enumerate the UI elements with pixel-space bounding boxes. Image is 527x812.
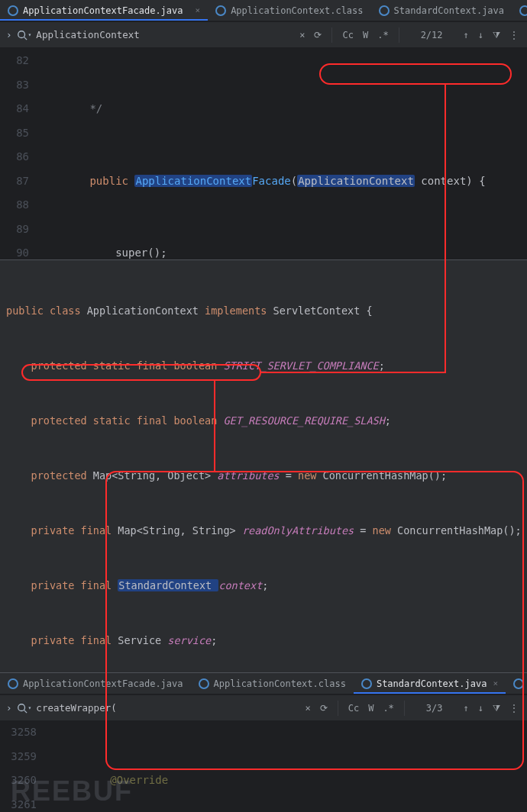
search-input[interactable]: createWrapper( (36, 702, 173, 714)
svg-line-1 (24, 37, 27, 40)
match-case-toggle[interactable]: Cc (346, 701, 361, 715)
tab-appcontextfacade-3[interactable]: ApplicationContextFacade.java (0, 673, 191, 694)
code-editor-1[interactable]: 82 83 84 85 86 87 88 89 90 */ public App… (0, 47, 527, 259)
more-icon[interactable]: ⋮ (507, 701, 521, 715)
java-class-icon (215, 5, 226, 16)
java-class-icon (199, 678, 209, 689)
tab-standardcontext[interactable]: StandardContext.java (371, 0, 512, 21)
code-content-1[interactable]: */ public ApplicationContextFacade(Appli… (38, 49, 527, 259)
next-match-icon[interactable]: ↓ (476, 701, 486, 715)
java-class-icon (519, 5, 527, 16)
tab-hostcon-3[interactable]: HostCon (506, 673, 527, 694)
tab-label: StandardContext.java (394, 5, 505, 16)
find-bar-1: › ▾ ApplicationContext × ⟳ Cc W .* 2/12 … (0, 21, 527, 47)
chevron-right-icon[interactable]: › (6, 29, 12, 40)
tab-label: StandardContext.java (377, 678, 487, 689)
more-icon[interactable]: ⋮ (507, 28, 521, 42)
tab-appcontext-class[interactable]: ApplicationContext.class (208, 0, 370, 21)
tab-label: ApplicationContext.class (231, 5, 363, 16)
editor-pane-2[interactable]: public class ApplicationContext implemen… (0, 259, 527, 673)
java-class-icon (8, 678, 18, 689)
tab-bar-3: ApplicationContextFacade.java Applicatio… (0, 673, 527, 694)
prev-match-icon[interactable]: ↑ (461, 28, 471, 42)
tab-appcontextfacade[interactable]: ApplicationContextFacade.java × (0, 0, 208, 21)
clear-search-icon[interactable]: × (297, 28, 307, 42)
java-class-icon (361, 678, 372, 689)
svg-line-3 (24, 710, 27, 713)
filter-icon[interactable]: ⧩ (490, 28, 503, 42)
match-case-toggle[interactable]: Cc (340, 28, 355, 42)
editor-pane-1: ApplicationContextFacade.java × Applicat… (0, 0, 527, 259)
search-icon[interactable]: ▾ (17, 30, 32, 40)
next-match-icon[interactable]: ↓ (476, 28, 486, 42)
svg-point-0 (18, 31, 24, 37)
java-class-icon (8, 5, 18, 16)
java-class-icon (379, 5, 390, 16)
code-content-3[interactable]: @Override public Wrapper createWrapper()… (46, 720, 527, 812)
tab-label: ApplicationContextFacade.java (23, 678, 183, 689)
svg-point-2 (18, 704, 24, 710)
chevron-right-icon[interactable]: › (6, 702, 12, 714)
prev-match-icon[interactable]: ↑ (461, 701, 471, 715)
history-icon[interactable]: ⟳ (312, 28, 324, 42)
whole-word-toggle[interactable]: W (366, 701, 376, 715)
match-counter: 3/3 (412, 703, 457, 714)
tab-hostco[interactable]: HostCo (512, 0, 527, 21)
gutter-3: 3258 3259 3260 3261 3262 3263 3264 3265 … (0, 720, 46, 812)
tab-label: ApplicationContext.class (214, 678, 346, 689)
find-bar-3: › ▾ createWrapper( × ⟳ Cc W .* 3/3 ↑ ↓ ⧩… (0, 694, 527, 720)
tab-appcontext-class-3[interactable]: ApplicationContext.class (191, 673, 354, 694)
gutter-1: 82 83 84 85 86 87 88 89 90 (0, 49, 38, 259)
history-icon[interactable]: ⟳ (318, 701, 330, 715)
editor-pane-3: ApplicationContextFacade.java Applicatio… (0, 673, 527, 812)
close-icon[interactable]: × (196, 5, 201, 15)
whole-word-toggle[interactable]: W (360, 28, 370, 42)
match-counter: 2/12 (407, 30, 457, 40)
clear-search-icon[interactable]: × (302, 701, 312, 715)
search-icon[interactable]: ▾ (17, 703, 32, 714)
tab-label: ApplicationContextFacade.java (23, 5, 183, 16)
close-icon[interactable]: × (493, 678, 498, 688)
tab-bar-1: ApplicationContextFacade.java × Applicat… (0, 0, 527, 21)
code-editor-3[interactable]: 3258 3259 3260 3261 3262 3263 3264 3265 … (0, 720, 527, 812)
filter-icon[interactable]: ⧩ (490, 701, 503, 715)
search-input[interactable]: ApplicationContext (36, 29, 173, 40)
tab-standardcontext-3[interactable]: StandardContext.java × (354, 673, 506, 694)
regex-toggle[interactable]: .* (380, 701, 396, 715)
regex-toggle[interactable]: .* (375, 28, 390, 42)
java-class-icon (513, 678, 524, 689)
